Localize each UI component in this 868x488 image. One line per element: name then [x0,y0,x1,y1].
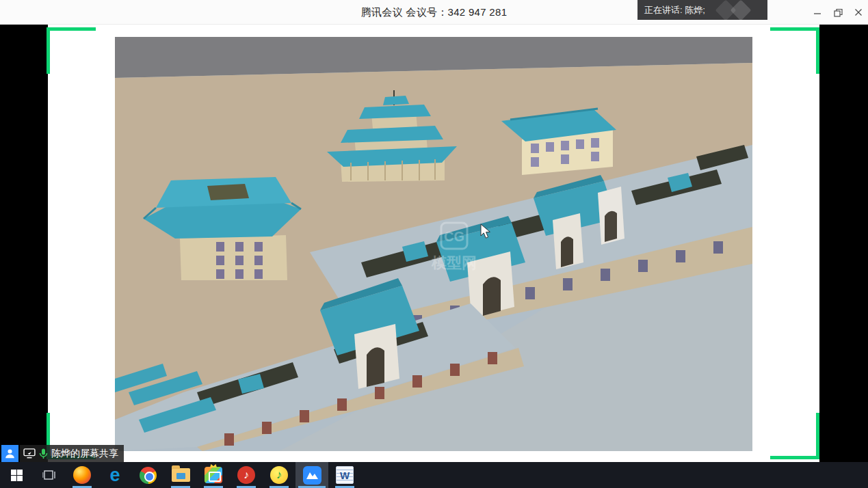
meeting-logo-mark [306,471,319,480]
microphone-active-icon [39,448,48,459]
speaking-toast: 正在讲话: 陈烨; [637,0,767,20]
share-border-top-right-h [770,27,819,31]
restore-button[interactable] [828,0,848,25]
taskbar-app-netease-music[interactable]: ♪ [230,462,263,488]
screen-share-icon [23,448,36,459]
chrome-icon [140,467,157,484]
share-status-label: 陈烨的屏幕共享 [51,448,118,460]
share-border-bottom-right-v [816,413,819,459]
watermark-logo: CG [444,229,464,244]
file-explorer-icon [172,468,190,482]
edge-icon: e [109,466,120,484]
presenter-avatar [1,445,18,462]
shared-3d-model-render: CG 模型网 [115,37,752,451]
taskbar-app-firefox[interactable] [66,462,98,488]
windows-taskbar: e ♪ ♪ W [0,462,868,488]
start-button[interactable] [0,462,33,488]
task-view-icon [42,469,56,481]
word-icon: W [336,466,354,484]
taskbar-app-tencent-meeting[interactable] [295,462,328,488]
restore-icon [834,8,843,17]
screen-share-status-overlay: 陈烨的屏幕共享 [1,445,124,462]
tencent-meeting-icon [303,466,321,485]
share-status-bar: 陈烨的屏幕共享 [20,445,124,462]
netease-music-icon: ♪ [237,466,255,484]
taskbar-app-box[interactable] [197,462,230,488]
share-border-top-left-v [47,27,50,74]
speaking-toast-text: 正在讲话: 陈烨; [644,4,705,16]
share-border-top-right-v [816,27,819,74]
taskbar-app-chrome[interactable] [131,462,164,488]
firefox-icon [73,466,91,484]
watermark-text: 模型网 [431,254,477,271]
taskbar-app-word[interactable]: W [328,462,361,488]
windows-logo-icon [11,470,23,481]
task-view-button[interactable] [33,462,66,488]
minimize-button[interactable] [807,0,828,25]
person-icon [4,448,16,459]
minimize-icon [813,8,821,16]
blurred-logo-mark [730,0,751,21]
share-border-bottom-right-h [770,456,819,459]
share-border-top-left-h [47,27,96,31]
scene-gate-tower-right [598,187,624,245]
close-icon [854,8,863,16]
taskbar-app-qq-music[interactable]: ♪ [263,462,295,488]
taskbar-app-file-explorer[interactable] [164,462,197,488]
colorful-box-app-icon [205,467,222,483]
taskbar-app-edge[interactable]: e [98,462,131,488]
close-button[interactable] [848,0,868,25]
qq-music-icon: ♪ [270,466,288,484]
